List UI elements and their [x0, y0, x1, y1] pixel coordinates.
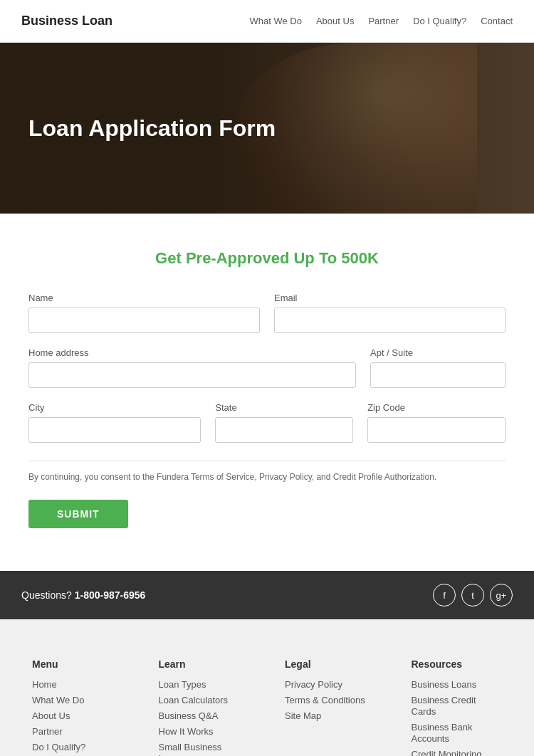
- consent-text: By continuing, you consent to the Funder…: [28, 472, 506, 482]
- email-group: Email: [274, 293, 506, 333]
- state-input[interactable]: [215, 417, 353, 443]
- res-business-loans[interactable]: Business Loans: [412, 679, 477, 690]
- res-credit-monitoring[interactable]: Credit Monitoring: [412, 749, 482, 756]
- footer-col-menu: Menu Home What We Do About Us Partner Do…: [21, 648, 134, 756]
- form-row-2: Home address Apt / Suite: [28, 347, 506, 388]
- nav-contact[interactable]: Contact: [481, 16, 513, 26]
- form-divider: [28, 461, 506, 461]
- zip-group: Zip Code: [367, 402, 506, 443]
- form-row-3: City State Zip Code: [28, 402, 506, 443]
- footer-grid: Menu Home What We Do About Us Partner Do…: [21, 648, 513, 756]
- res-credit-cards[interactable]: Business Credit Cards: [412, 695, 476, 717]
- form-heading: Get Pre-Approved Up To 500K: [28, 249, 506, 268]
- social-icons: f t g+: [433, 584, 513, 607]
- questions-text: Questions?: [21, 589, 72, 601]
- google-plus-icon[interactable]: g+: [490, 584, 513, 607]
- nav-partner[interactable]: Partner: [368, 16, 399, 26]
- learn-small-business[interactable]: Small Business Loans: [159, 742, 222, 756]
- footer-col-resources: Resources Business Loans Business Credit…: [401, 648, 513, 756]
- menu-what-we-do[interactable]: What We Do: [32, 695, 84, 705]
- learn-loan-types[interactable]: Loan Types: [159, 679, 206, 690]
- zip-input[interactable]: [367, 417, 506, 443]
- footer-columns: Menu Home What We Do About Us Partner Do…: [0, 619, 534, 756]
- hero-content: Loan Application Form: [0, 115, 304, 142]
- hero-title: Loan Application Form: [28, 115, 276, 142]
- legal-sitemap[interactable]: Site Map: [285, 710, 321, 721]
- nav-about-us[interactable]: About Us: [316, 16, 354, 26]
- menu-col-title: Menu: [32, 658, 123, 670]
- learn-col-title: Learn: [159, 658, 250, 670]
- address-group: Home address: [28, 347, 356, 388]
- res-bank-accounts[interactable]: Business Bank Accounts: [412, 722, 473, 744]
- legal-list: Privacy Policy Terms & Conditions Site M…: [285, 678, 376, 721]
- address-input[interactable]: [28, 362, 356, 388]
- footer-bar: Questions? 1-800-987-6956 f t g+: [0, 571, 534, 619]
- nav-qualify[interactable]: Do I Qualify?: [413, 16, 466, 26]
- apt-label: Apt / Suite: [370, 347, 506, 358]
- learn-qa[interactable]: Business Q&A: [159, 710, 219, 721]
- name-label: Name: [28, 293, 260, 303]
- facebook-icon[interactable]: f: [433, 584, 456, 607]
- hero-section: Loan Application Form: [0, 43, 534, 214]
- menu-partner[interactable]: Partner: [32, 726, 63, 737]
- name-input[interactable]: [28, 308, 260, 333]
- legal-col-title: Legal: [285, 658, 376, 670]
- main-nav: What We Do About Us Partner Do I Qualify…: [249, 16, 513, 26]
- phone-number: 1-800-987-6956: [75, 589, 146, 601]
- state-label: State: [215, 402, 353, 413]
- address-label: Home address: [28, 347, 356, 358]
- learn-list: Loan Types Loan Calculators Business Q&A…: [159, 678, 250, 756]
- city-label: City: [28, 402, 201, 413]
- resources-col-title: Resources: [412, 658, 503, 670]
- email-input[interactable]: [274, 308, 506, 333]
- resources-list: Business Loans Business Credit Cards Bus…: [412, 678, 503, 756]
- menu-about-us[interactable]: About Us: [32, 710, 70, 721]
- legal-privacy[interactable]: Privacy Policy: [285, 679, 342, 690]
- email-label: Email: [274, 293, 506, 303]
- menu-list: Home What We Do About Us Partner Do I Qu…: [32, 678, 123, 756]
- zip-label: Zip Code: [367, 402, 506, 413]
- name-group: Name: [28, 293, 260, 333]
- legal-terms[interactable]: Terms & Conditions: [285, 695, 365, 705]
- form-heading-highlight: 500K: [341, 249, 379, 267]
- footer-col-learn: Learn Loan Types Loan Calculators Busine…: [148, 648, 261, 756]
- nav-what-we-do[interactable]: What We Do: [249, 16, 301, 26]
- menu-home[interactable]: Home: [32, 679, 57, 690]
- footer-col-legal: Legal Privacy Policy Terms & Conditions …: [274, 648, 387, 756]
- header: Business Loan What We Do About Us Partne…: [0, 0, 534, 43]
- form-section: Get Pre-Approved Up To 500K Name Email H…: [0, 214, 534, 571]
- city-group: City: [28, 402, 201, 443]
- menu-qualify[interactable]: Do I Qualify?: [32, 742, 85, 752]
- footer-phone: Questions? 1-800-987-6956: [21, 589, 145, 601]
- apt-input[interactable]: [370, 362, 506, 388]
- site-logo: Business Loan: [21, 14, 112, 28]
- submit-button[interactable]: SUBMIT: [28, 500, 128, 528]
- city-input[interactable]: [28, 417, 201, 443]
- apt-group: Apt / Suite: [370, 347, 506, 388]
- state-group: State: [215, 402, 353, 443]
- learn-how-it-works[interactable]: How It Works: [159, 726, 214, 737]
- loan-form: Name Email Home address Apt / Suite City: [28, 293, 506, 528]
- twitter-icon[interactable]: t: [461, 584, 484, 607]
- form-heading-prefix: Get Pre-Approved Up To: [155, 249, 341, 267]
- learn-calculators[interactable]: Loan Calculators: [159, 695, 229, 705]
- form-row-1: Name Email: [28, 293, 506, 333]
